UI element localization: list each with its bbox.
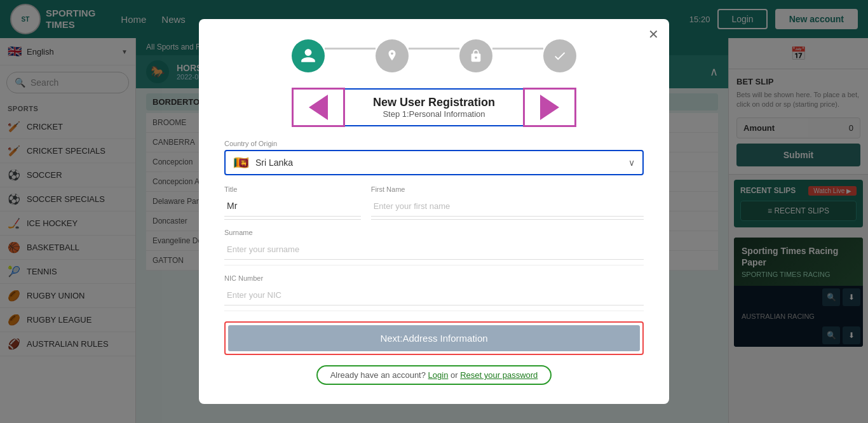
- country-name: Sri Lanka: [255, 158, 293, 168]
- step-line-1: [325, 48, 376, 50]
- title-row: New User Registration Step 1:Personal In…: [224, 88, 644, 127]
- next-button-wrapper: Next:Address Information: [224, 321, 644, 355]
- next-button[interactable]: Next:Address Information: [228, 325, 640, 351]
- registration-modal: ✕: [199, 19, 669, 404]
- step-line-2: [409, 48, 459, 50]
- right-arrow-icon: [540, 95, 559, 120]
- country-field: Country of Origin 🇱🇰 Sri Lanka ∨: [224, 140, 644, 175]
- reset-password-link[interactable]: Reset your password: [460, 370, 538, 380]
- title-field-group: Title: [224, 185, 361, 220]
- country-label: Country of Origin: [224, 140, 644, 147]
- registration-stepper: [224, 39, 644, 72]
- country-flag-icon: 🇱🇰: [233, 155, 249, 170]
- step-2-circle: [376, 39, 409, 72]
- registration-title: New User Registration: [358, 96, 510, 109]
- login-link-box: Already have an account? Login or Reset …: [316, 365, 552, 385]
- country-select[interactable]: 🇱🇰 Sri Lanka ∨: [224, 150, 644, 175]
- title-input[interactable]: [224, 196, 361, 217]
- login-link-row: Already have an account? Login or Reset …: [224, 365, 644, 385]
- title-label: Title: [224, 185, 361, 193]
- firstname-input[interactable]: [371, 196, 644, 217]
- step-2: [376, 39, 409, 72]
- surname-input[interactable]: [224, 239, 644, 260]
- nic-field-group: NIC Number: [224, 274, 644, 311]
- already-account-text: Already have an account?: [330, 370, 426, 380]
- step-4-circle: [543, 39, 576, 72]
- step-3-circle: [459, 39, 492, 72]
- step-1: [292, 39, 325, 72]
- step-3: [459, 39, 492, 72]
- step-4: [543, 39, 576, 72]
- step-1-circle: [292, 39, 325, 72]
- right-arrow-box: [523, 88, 576, 127]
- surname-field-group: Surname: [224, 229, 644, 265]
- left-arrow-box: [292, 88, 345, 127]
- registration-subtitle: Step 1:Personal Information: [358, 109, 510, 119]
- step-line-3: [492, 48, 543, 50]
- nic-input[interactable]: [224, 285, 644, 306]
- modal-close-button[interactable]: ✕: [648, 27, 659, 42]
- registration-title-box: New User Registration Step 1:Personal In…: [345, 88, 523, 126]
- surname-label: Surname: [224, 229, 644, 236]
- nic-label: NIC Number: [224, 274, 644, 282]
- left-arrow-icon: [309, 95, 328, 120]
- firstname-label: First Name: [371, 185, 644, 193]
- title-firstname-row: Title First Name: [224, 185, 644, 220]
- firstname-field-group: First Name: [371, 185, 644, 220]
- modal-overlay[interactable]: ✕: [0, 0, 868, 423]
- or-text: or: [451, 370, 458, 380]
- country-chevron-icon: ∨: [628, 158, 635, 168]
- login-link[interactable]: Login: [428, 370, 449, 380]
